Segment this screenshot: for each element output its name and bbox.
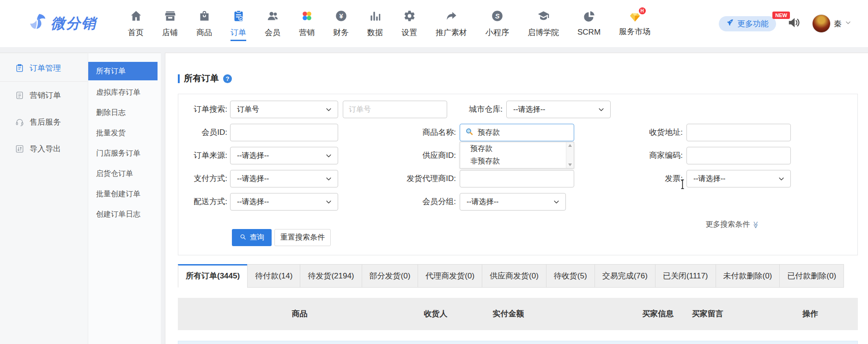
pay-method-select[interactable]: --请选择-- — [230, 170, 338, 187]
member-group-select[interactable]: --请选择-- — [460, 193, 566, 211]
search-icon — [239, 233, 247, 242]
chevron-down-icon — [325, 199, 332, 205]
nav-item-scrm[interactable]: SCRM — [568, 0, 610, 47]
reset-search-button[interactable]: 重置搜索条件 — [274, 229, 331, 246]
nav-item-settings[interactable]: 设置 — [392, 0, 426, 47]
submenu-qihuo-warehouse-orders[interactable]: 启货仓订单 — [88, 163, 161, 184]
tab-partial-shipment[interactable]: 部分发货(0) — [362, 264, 419, 288]
delivery-method-select[interactable]: --请选择-- — [230, 193, 338, 211]
nav-item-qibo-academy[interactable]: 启博学院 — [518, 0, 568, 47]
tab-pending-shipment[interactable]: 待发货(2194) — [300, 264, 362, 288]
merchant-code-input[interactable] — [686, 147, 791, 164]
tab-pending-payment[interactable]: 待付款(14) — [247, 264, 300, 288]
nav-item-label: 会员 — [265, 27, 280, 38]
nav-item-label: 服务市场 — [619, 26, 650, 37]
order-search-type-select[interactable]: 订单号 — [230, 101, 338, 118]
page-title-row: 所有订单 ? — [178, 72, 857, 84]
nav-item-order[interactable]: 订单 — [221, 0, 255, 47]
member-group-label: 会员分组: — [386, 193, 456, 211]
receive-address-label: 收货地址: — [613, 124, 683, 141]
nav-item-label: 设置 — [401, 27, 417, 38]
avatar — [812, 14, 831, 33]
invoice-select[interactable]: --请选择-- — [686, 170, 791, 187]
product-name-input[interactable]: 预存款 — [460, 124, 574, 141]
nav-item-label: 数据 — [367, 27, 383, 38]
app-logo[interactable]: 微分销 — [27, 12, 97, 35]
more-features-label: 更多功能 — [737, 18, 769, 29]
submenu-batch-create-orders[interactable]: 批量创建订单 — [88, 184, 161, 204]
submenu-all-orders[interactable]: 所有订单 — [88, 62, 158, 80]
nav-item-label: 财务 — [333, 27, 349, 38]
dropdown-option[interactable]: 预存款 — [460, 142, 574, 155]
tab-pending-receipt[interactable]: 待收货(5) — [546, 264, 595, 288]
home-icon — [130, 10, 142, 24]
graduation-cap-icon — [537, 10, 550, 24]
rocket-icon — [726, 18, 734, 29]
nav-item-member[interactable]: 会员 — [255, 0, 290, 47]
col-buyer-info: 买家信息 — [642, 298, 674, 330]
nav-item-label: SCRM — [577, 28, 601, 37]
sidebar-item-marketing-orders[interactable]: 营销订单 — [0, 82, 88, 109]
users-icon — [267, 10, 279, 24]
ship-agent-id-input[interactable] — [460, 170, 574, 187]
nav-item-mini-program[interactable]: S 小程序 — [476, 0, 518, 47]
tab-closed[interactable]: 已关闭(1117) — [655, 264, 716, 288]
nav-item-product[interactable]: 商品 — [187, 0, 221, 47]
secondary-sidebar: 所有订单 虚拟库存订单 删除日志 批量发货 门店服务订单 启货仓订单 批量创建订… — [88, 53, 161, 344]
sidebar-item-order-management[interactable]: 订单管理 — [0, 55, 88, 82]
nav-item-service-market[interactable]: H 服务市场 — [610, 0, 660, 47]
ship-agent-id-label: 发货代理商ID: — [372, 170, 456, 187]
search-button[interactable]: 查询 — [232, 229, 272, 246]
dropdown-scrollbar[interactable] — [566, 142, 574, 168]
user-menu[interactable]: 秦 — [812, 14, 851, 33]
invoice-label: 发票: — [613, 170, 683, 187]
merchant-code-label: 商家编码: — [613, 147, 683, 164]
col-actions: 操作 — [802, 298, 818, 330]
tab-paid-deleted[interactable]: 已付款删除(0) — [779, 264, 844, 288]
sidebar-item-after-sales[interactable]: 售后服务 — [0, 109, 88, 135]
order-row-header-strip — [178, 341, 858, 344]
dropdown-option[interactable]: 非预存款 — [460, 155, 574, 167]
order-no-input[interactable] — [343, 101, 447, 118]
tab-completed[interactable]: 交易完成(76) — [595, 264, 656, 288]
help-icon[interactable]: ? — [223, 74, 232, 83]
nav-item-finance[interactable]: ¥ 财务 — [324, 0, 358, 47]
city-warehouse-select[interactable]: --请选择-- — [506, 101, 611, 118]
search-form-panel: 订单搜索: 订单号 城市仓库: --请选择-- 会员ID: 商品名称: 预存款 … — [178, 94, 858, 255]
scroll-down-icon[interactable] — [568, 163, 572, 166]
submenu-store-service-orders[interactable]: 门店服务订单 — [88, 143, 161, 163]
nav-right: 更多功能 NEW 秦 — [719, 14, 851, 33]
tab-all-orders[interactable]: 所有订单(3445) — [178, 264, 248, 288]
member-id-input[interactable] — [230, 124, 338, 141]
nav-item-label: 小程序 — [486, 27, 509, 38]
tab-unpaid-deleted[interactable]: 未付款删除(0) — [716, 264, 780, 288]
sidebar-item-import-export[interactable]: 导入导出 — [0, 135, 88, 162]
nav-item-data[interactable]: 数据 — [358, 0, 392, 47]
scroll-up-icon[interactable] — [568, 144, 572, 147]
submenu-virtual-stock-orders[interactable]: 虚拟库存订单 — [88, 82, 161, 103]
more-search-conditions-link[interactable]: 更多搜索条件 ≫ — [705, 220, 759, 229]
double-chevron-down-icon: ≫ — [752, 221, 760, 229]
nav-item-label: 订单 — [231, 27, 246, 38]
submenu-delete-log[interactable]: 删除日志 — [88, 103, 161, 123]
bar-chart-icon — [369, 10, 382, 24]
tab-supplier-shipment[interactable]: 供应商发货(0) — [482, 264, 546, 288]
chevron-down-icon — [325, 175, 332, 182]
share-arrow-icon — [445, 10, 458, 24]
h-badge: H — [639, 7, 646, 14]
nav-item-promo-material[interactable]: 推广素材 — [426, 0, 476, 47]
nav-item-label: 商品 — [196, 27, 212, 38]
new-badge: NEW — [772, 12, 790, 19]
receive-address-input[interactable] — [686, 124, 791, 141]
chevron-down-icon — [598, 106, 605, 113]
order-source-select[interactable]: --请选择-- — [230, 147, 338, 164]
nav-item-marketing[interactable]: 营销 — [290, 0, 324, 47]
primary-sidebar: 订单管理 营销订单 售后服务 导入导出 — [0, 53, 88, 344]
supplier-id-label: 供应商ID: — [386, 147, 456, 164]
nav-item-shop[interactable]: 店铺 — [153, 0, 187, 47]
tab-agent-shipment[interactable]: 代理商发货(0) — [418, 264, 482, 288]
nav-item-home[interactable]: 首页 — [119, 0, 153, 47]
submenu-create-order-log[interactable]: 创建订单日志 — [88, 204, 161, 224]
submenu-batch-shipping[interactable]: 批量发货 — [88, 123, 161, 143]
more-features-button[interactable]: 更多功能 NEW — [719, 16, 776, 31]
